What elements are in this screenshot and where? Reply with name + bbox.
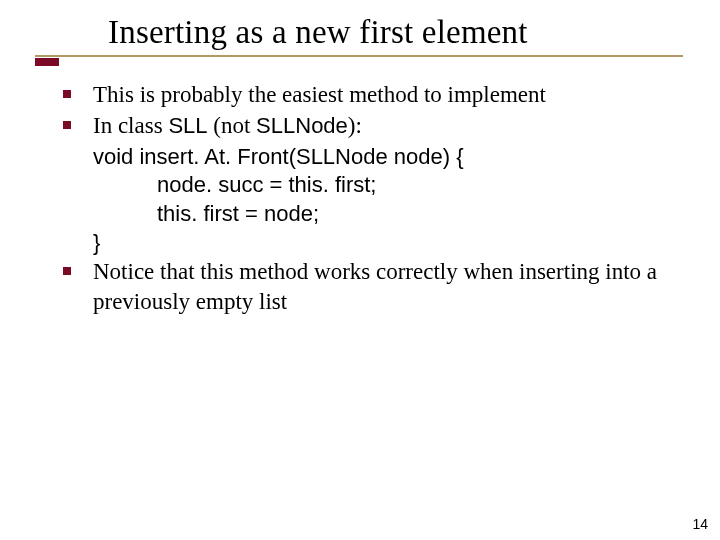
bullet-text-3: Notice that this method works correctly …: [93, 259, 657, 313]
bullet-item-1: This is probably the easiest method to i…: [55, 80, 680, 109]
square-bullet-icon: [63, 267, 71, 275]
code-line-4: }: [93, 229, 680, 258]
bullet-text-2-sllnode: SLLNode: [256, 113, 348, 138]
code-line-2: node. succ = this. first;: [93, 171, 680, 200]
square-bullet-icon: [63, 90, 71, 98]
code-block: void insert. At. Front(SLLNode node) { n…: [55, 143, 680, 257]
bullet-text-2-pre: In class: [93, 113, 168, 138]
title-wrap: Inserting as a new first element: [108, 14, 528, 51]
bullet-text-2-post: ):: [348, 113, 362, 138]
code-line-1: void insert. At. Front(SLLNode node) {: [93, 143, 680, 172]
square-bullet-icon: [63, 121, 71, 129]
slide-title: Inserting as a new first element: [108, 14, 528, 51]
bullet-text-2-sll: SLL: [168, 113, 207, 138]
bullet-item-3: Notice that this method works correctly …: [55, 257, 680, 316]
bullet-text-2-mid: (not: [208, 113, 257, 138]
title-underline: [35, 55, 683, 57]
slide: Inserting as a new first element This is…: [0, 0, 720, 540]
page-number: 14: [692, 516, 708, 532]
slide-body: This is probably the easiest method to i…: [55, 80, 680, 318]
bullet-item-2: In class SLL (not SLLNode):: [55, 111, 680, 140]
code-line-3: this. first = node;: [93, 200, 680, 229]
bullet-text-1: This is probably the easiest method to i…: [93, 82, 546, 107]
title-accent-block: [35, 58, 59, 66]
